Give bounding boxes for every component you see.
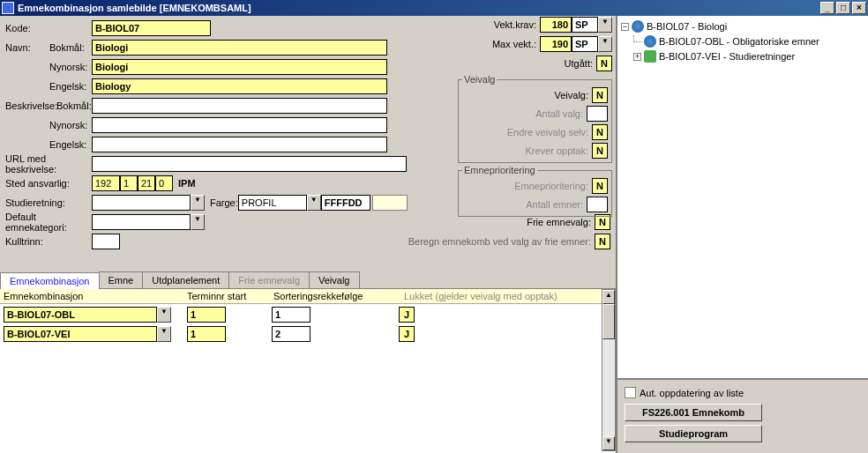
tree-expand-icon[interactable]: − <box>621 23 629 31</box>
tab-veivalg[interactable]: Veivalg <box>309 271 359 288</box>
kulltrinn-field[interactable] <box>92 234 120 249</box>
grid-area: ▼ ▼ <box>0 304 616 453</box>
scroll-thumb[interactable] <box>602 304 615 339</box>
krever-field[interactable] <box>592 143 608 159</box>
emnekomb-button[interactable]: FS226.001 Emnekomb <box>625 404 762 421</box>
engelsk-label: Engelsk: <box>49 81 92 92</box>
auto-update-label: Aut. oppdatering av liste <box>640 388 744 398</box>
endre-label: Endre veivalg selv: <box>507 127 592 137</box>
tree-node-child[interactable]: + B-BIOL07-VEI - Studieretninger <box>621 49 864 63</box>
scroll-up-button[interactable]: ▲ <box>602 290 615 304</box>
vekt-krav-dropdown-button[interactable]: ▼ <box>598 17 612 33</box>
header-emnekomb: Emnekombinasjon <box>4 291 187 301</box>
vekt-krav-unit[interactable] <box>572 17 598 33</box>
row-name-dropdown-button[interactable]: ▼ <box>157 307 171 323</box>
row-name-field[interactable] <box>4 326 157 342</box>
farge-value-field[interactable] <box>321 195 370 211</box>
sted-1-field[interactable] <box>92 175 120 191</box>
navn-bokmal-field[interactable] <box>92 40 387 56</box>
veivalg-legend: Veivalg <box>462 74 497 85</box>
maximize-button[interactable]: □ <box>836 2 850 14</box>
nynorsk-label: Nynorsk: <box>49 62 92 72</box>
tab-emnekombinasjon[interactable]: Emnekombinasjon <box>0 272 100 289</box>
tab-frie-emnevalg[interactable]: Frie emnevalg <box>228 271 310 288</box>
kulltrinn-label: Kulltrinn: <box>5 236 92 247</box>
beskr-nynorsk-label: Nynorsk: <box>49 120 92 130</box>
globe-icon <box>632 20 644 33</box>
default-emnekat-dropdown-button[interactable]: ▼ <box>191 214 205 230</box>
emneprio-field[interactable] <box>592 178 608 194</box>
farge-combo[interactable] <box>238 195 307 211</box>
sted-name: IPM <box>178 178 196 189</box>
vertical-scrollbar[interactable]: ▲ ▼ <box>602 289 616 451</box>
sted-2-field[interactable] <box>120 175 138 191</box>
tree-node-child[interactable]: B-BIOL07-OBL - Obligatoriske emner <box>621 34 864 48</box>
studieprogram-button[interactable]: Studieprogram <box>625 425 762 442</box>
row-sort-field[interactable] <box>272 307 311 323</box>
sted-4-field[interactable] <box>155 175 173 191</box>
beskr-nynorsk-field[interactable] <box>92 117 387 133</box>
tree-connector <box>633 35 642 42</box>
vekt-max-field[interactable] <box>540 36 572 52</box>
tree-child-label: B-BIOL07-OBL - Obligatoriske emner <box>659 36 819 47</box>
veivalg-label: Veivalg: <box>554 90 592 100</box>
beskr-bokmal-field[interactable] <box>92 98 387 114</box>
emneprio-fieldset: Emneprioritering Emneprioritering: Antal… <box>458 165 612 217</box>
navn-engelsk-field[interactable] <box>92 78 387 94</box>
default-emnekat-label: Default emnekategori: <box>5 212 92 233</box>
tab-utdplanelement[interactable]: Utdplanelement <box>142 271 229 288</box>
antall-emner-field[interactable] <box>587 197 608 212</box>
row-lukket-field[interactable] <box>399 326 415 342</box>
vekt-krav-label: Vekt.krav: <box>476 19 540 30</box>
row-lukket-field[interactable] <box>399 307 415 323</box>
emneprio-legend: Emneprioritering <box>462 165 537 175</box>
beregn-field[interactable] <box>595 234 610 249</box>
tab-emne[interactable]: Emne <box>99 271 144 288</box>
tree-root-label: B-BIOL07 - Biologi <box>647 21 727 32</box>
endre-field[interactable] <box>592 124 608 140</box>
minimize-button[interactable]: _ <box>820 2 834 14</box>
scroll-down-button[interactable]: ▼ <box>602 436 615 450</box>
grid-header: Emnekombinasjon Terminnr start Sortering… <box>0 289 616 304</box>
vekt-max-label: Max vekt.: <box>476 39 540 49</box>
beskrivelse-label: Beskrivelse: <box>5 100 56 111</box>
window-title: Emnekombinasjon samlebilde [EMNEKOMBSAML… <box>18 3 820 13</box>
tree-expand-icon[interactable]: + <box>633 53 641 61</box>
beregn-label: Beregn emnekomb ved valg av frie emner: <box>408 236 595 247</box>
farge-label: Farge: <box>210 197 238 208</box>
sted-3-field[interactable] <box>138 175 155 191</box>
beskr-bokmal-label: Bokmål: <box>56 100 92 111</box>
utgatt-field[interactable] <box>596 56 612 71</box>
row-name-dropdown-button[interactable]: ▼ <box>157 326 171 342</box>
kode-field[interactable] <box>92 20 211 36</box>
url-field[interactable] <box>92 156 407 172</box>
folder-icon <box>644 50 656 63</box>
emneprio-label: Emneprioritering: <box>514 181 592 191</box>
auto-update-checkbox[interactable] <box>625 387 636 398</box>
row-name-field[interactable] <box>4 307 157 323</box>
studieretning-dropdown-button[interactable]: ▼ <box>191 195 205 211</box>
bokmal-label: Bokmål: <box>49 42 92 53</box>
row-termin-field[interactable] <box>187 307 226 323</box>
antall-valg-field[interactable] <box>587 106 608 122</box>
right-panel: − B-BIOL07 - Biologi B-BIOL07-OBL - Obli… <box>617 16 868 453</box>
farge-dropdown-button[interactable]: ▼ <box>307 195 321 211</box>
url-label: URL med beskrivelse: <box>5 153 92 175</box>
veivalg-field[interactable] <box>592 87 608 103</box>
navn-nynorsk-field[interactable] <box>92 59 387 75</box>
tree-view[interactable]: − B-BIOL07 - Biologi B-BIOL07-OBL - Obli… <box>617 16 868 378</box>
auto-update-row[interactable]: Aut. oppdatering av liste <box>625 387 861 398</box>
vekt-krav-field[interactable] <box>540 17 572 33</box>
row-sort-field[interactable] <box>272 326 311 342</box>
default-emnekat-combo[interactable] <box>92 214 191 230</box>
studieretning-combo[interactable] <box>92 195 191 211</box>
vekt-max-dropdown-button[interactable]: ▼ <box>598 36 612 52</box>
vekt-max-unit[interactable] <box>572 36 598 52</box>
row-termin-field[interactable] <box>187 326 226 342</box>
beskr-engelsk-field[interactable] <box>92 137 387 152</box>
tree-node-root[interactable]: − B-BIOL07 - Biologi <box>621 19 864 33</box>
tree-child-label: B-BIOL07-VEI - Studieretninger <box>659 51 795 62</box>
antall-valg-label: Antall valg: <box>535 108 587 119</box>
header-lukket: Lukket (gjelder veivalg med opptak) <box>404 291 557 301</box>
close-button[interactable]: × <box>852 2 866 14</box>
